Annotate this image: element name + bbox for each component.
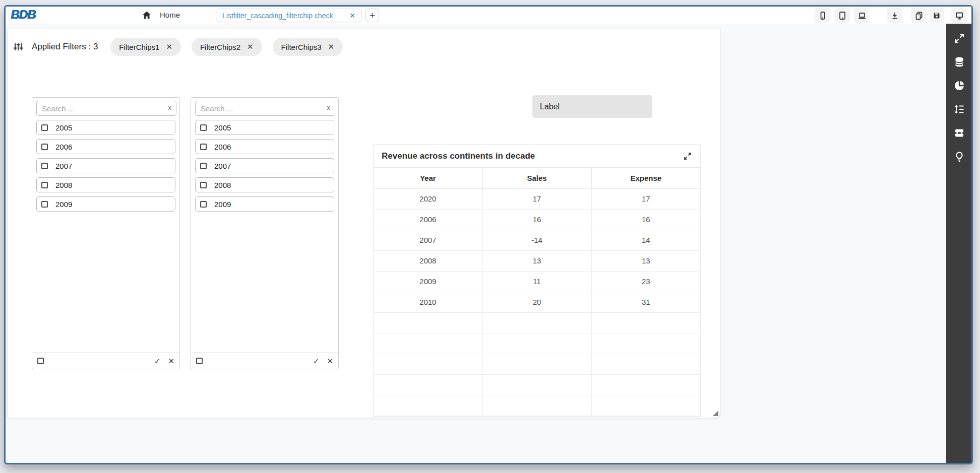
- cell-sales: 17: [482, 188, 591, 209]
- list-item-label: 2007: [214, 162, 231, 170]
- col-header-expense: Expense: [591, 168, 700, 188]
- list-item[interactable]: 2009: [36, 196, 175, 212]
- cell-year: [374, 354, 482, 374]
- app-window: BDB Home Listfilter_cascading_filterchip…: [4, 5, 973, 464]
- search-clear-icon[interactable]: x: [327, 104, 331, 111]
- table-row: 2009 11 23: [374, 271, 700, 292]
- list-item-label: 2008: [214, 181, 231, 189]
- dashboard-tab[interactable]: Listfilter_cascading_filterchip check ✕: [216, 9, 362, 22]
- list-item[interactable]: 2007: [36, 158, 175, 173]
- list-item[interactable]: 2005: [36, 120, 175, 135]
- cell-year: 2020: [374, 188, 482, 209]
- list-item[interactable]: 2008: [195, 177, 334, 192]
- bdb-logo: BDB: [11, 8, 35, 22]
- list-item[interactable]: 2007: [195, 158, 334, 173]
- tablet-preview-icon[interactable]: [834, 8, 850, 23]
- filter-sliders-icon[interactable]: [13, 42, 23, 52]
- list-item[interactable]: 2005: [195, 120, 334, 135]
- home-icon[interactable]: [142, 10, 152, 20]
- download-icon[interactable]: [887, 8, 902, 23]
- mobile-preview-icon[interactable]: [815, 8, 830, 23]
- save-icon[interactable]: [929, 8, 944, 23]
- charts-icon[interactable]: [953, 80, 965, 92]
- table-row: [374, 354, 700, 374]
- select-all-checkbox[interactable]: [196, 358, 203, 364]
- checkbox[interactable]: [200, 144, 207, 150]
- checkbox[interactable]: [41, 182, 48, 188]
- table-empty-rows: [374, 312, 700, 416]
- list-properties-icon[interactable]: [953, 103, 965, 115]
- cell-year: [374, 374, 482, 395]
- cell-year: 2010: [374, 292, 482, 312]
- applied-filters-label: Applied Filters : 3: [32, 42, 98, 52]
- cell-sales: [482, 395, 591, 416]
- cell-expense: [591, 374, 700, 395]
- checkbox[interactable]: [200, 201, 207, 208]
- search-clear-icon[interactable]: x: [168, 104, 172, 111]
- datastore-icon[interactable]: [953, 56, 965, 68]
- right-toolbar: [946, 24, 972, 463]
- checkbox[interactable]: [41, 201, 48, 208]
- cell-sales: 20: [482, 292, 591, 312]
- list-item-label: 2007: [55, 162, 72, 170]
- canvas-resize-handle[interactable]: [713, 411, 718, 416]
- cell-expense: [591, 395, 700, 416]
- dashboard-tab-title: Listfilter_cascading_filterchip check: [222, 12, 333, 20]
- cell-expense: 17: [591, 188, 700, 209]
- table-row: 2007 -14 14: [374, 230, 700, 250]
- list-item[interactable]: 2008: [36, 177, 175, 192]
- checkbox[interactable]: [200, 163, 207, 169]
- cell-expense: 13: [591, 250, 700, 271]
- filter-chip[interactable]: FilterChips3 ✕: [273, 38, 343, 56]
- year-list: 2005 2006 2007 2008 2009: [36, 120, 175, 212]
- desktop-preview-icon[interactable]: [951, 8, 967, 23]
- apply-icon[interactable]: ✓: [313, 357, 320, 366]
- close-icon[interactable]: ✕: [166, 42, 172, 51]
- close-icon[interactable]: ✕: [247, 42, 254, 51]
- list-filter-footer: ✓ ✕: [32, 353, 179, 369]
- cell-sales: [482, 333, 591, 354]
- insights-bulb-icon[interactable]: [953, 151, 965, 163]
- checkbox[interactable]: [41, 124, 48, 131]
- search-input[interactable]: [37, 101, 176, 115]
- new-tab-button[interactable]: +: [365, 9, 379, 22]
- swap-widget-icon[interactable]: [953, 127, 965, 139]
- cancel-icon[interactable]: ✕: [168, 357, 174, 366]
- select-all-checkbox[interactable]: [37, 358, 44, 364]
- cancel-icon[interactable]: ✕: [327, 357, 333, 366]
- table-row: [374, 312, 700, 333]
- home-label[interactable]: Home: [160, 7, 180, 24]
- cell-year: 2008: [374, 250, 482, 271]
- checkbox[interactable]: [41, 144, 48, 150]
- filter-chip[interactable]: FilterChips1 ✕: [110, 38, 181, 56]
- list-item-label: 2005: [55, 123, 72, 132]
- table-row: 2020 17 17: [374, 188, 700, 209]
- revenue-table: Year Sales Expense 2020 17 17 2006 16 16…: [374, 168, 700, 416]
- expand-icon[interactable]: [953, 32, 965, 44]
- list-item[interactable]: 2006: [195, 139, 334, 154]
- cell-year: [374, 395, 482, 416]
- laptop-preview-icon[interactable]: [854, 8, 870, 23]
- checkbox[interactable]: [200, 182, 207, 188]
- table-row: 2008 13 13: [374, 250, 700, 271]
- tab-close-icon[interactable]: ✕: [345, 12, 355, 20]
- list-item[interactable]: 2009: [195, 196, 334, 212]
- cell-year: 2006: [374, 209, 482, 230]
- table-row: 2010 20 31: [374, 292, 700, 312]
- apply-icon[interactable]: ✓: [154, 357, 161, 366]
- list-item-label: 2009: [55, 200, 72, 209]
- cell-expense: 14: [591, 230, 700, 250]
- cell-expense: [591, 354, 700, 374]
- checkbox[interactable]: [200, 124, 207, 131]
- checkbox[interactable]: [41, 163, 48, 169]
- year-list: 2005 2006 2007 2008 2009: [195, 120, 334, 212]
- table-header-row: Year Sales Expense: [374, 168, 700, 188]
- search-input[interactable]: [196, 101, 335, 115]
- close-icon[interactable]: ✕: [328, 42, 335, 51]
- duplicate-icon[interactable]: [911, 8, 927, 23]
- expand-icon[interactable]: [683, 152, 692, 161]
- cell-year: [374, 312, 482, 333]
- filter-chip[interactable]: FilterChips2 ✕: [192, 38, 262, 56]
- list-item[interactable]: 2006: [36, 139, 175, 154]
- list-filter-panel-2: x 2005 2006 2007 2008 2009 ✓ ✕: [191, 97, 339, 369]
